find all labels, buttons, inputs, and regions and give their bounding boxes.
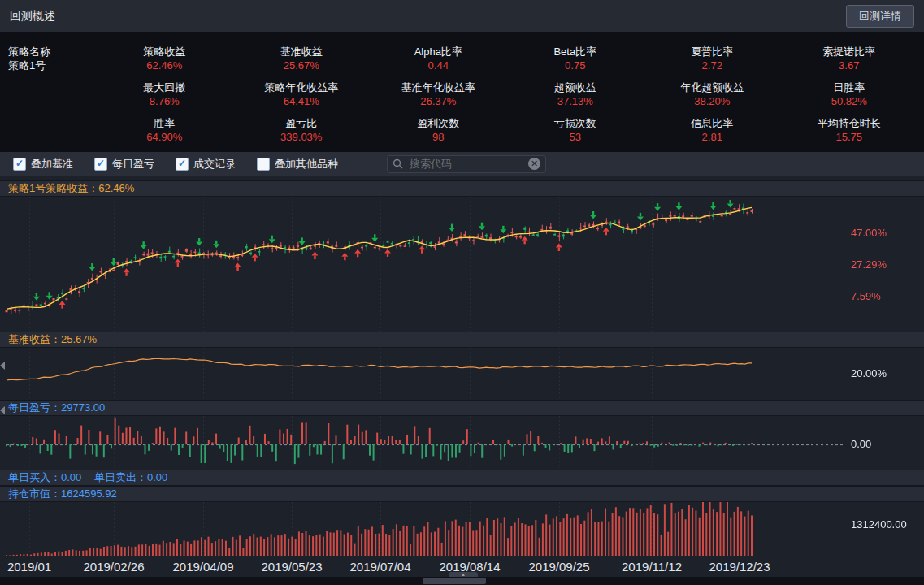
clear-search-icon[interactable]: ✕: [528, 158, 540, 170]
overlay-checkbox-group: ✓叠加基准✓每日盈亏✓成交记录叠加其他品种: [13, 157, 359, 171]
time-axis-tick: 2019/11/12: [622, 560, 682, 574]
time-axis-tick: 2019/05/23: [261, 560, 322, 574]
stat-label: 平均持仓时长: [781, 116, 918, 130]
search-icon: [393, 158, 403, 169]
timeline-scrollbar-thumb[interactable]: [423, 578, 486, 584]
checkbox-label: 成交记录: [193, 157, 236, 171]
stat-label: Beta比率: [507, 45, 644, 58]
stat-value: 26.37%: [370, 94, 507, 108]
stat-value: 2.81: [644, 130, 781, 144]
stat-label: 夏普比率: [644, 45, 781, 58]
stat-value: 8.76%: [96, 94, 233, 108]
page-title: 回测概述: [10, 9, 55, 24]
toolbar-checkbox-0[interactable]: ✓叠加基准: [13, 157, 73, 171]
stat-label: 亏损次数: [507, 116, 644, 130]
position-value-pane-title: 持仓市值：1624595.92: [0, 486, 924, 502]
backtest-overview-app: 回测概述 回测详情 策略名称 策略1号 策略收益62.46%最大回撤8.76%胜…: [0, 0, 924, 585]
stat-label: 策略年化收益率: [233, 80, 371, 94]
toolbar-checkbox-1[interactable]: ✓每日盈亏: [94, 157, 154, 171]
stat-value: 15.75: [781, 130, 918, 144]
toolbar-checkbox-3[interactable]: 叠加其他品种: [257, 157, 338, 171]
strategy-return-pane-title: 策略1号策略收益：62.46%: [0, 180, 924, 197]
y-axis-label: 1312400.00: [851, 518, 907, 531]
stat-label: 索提诺比率: [781, 45, 918, 58]
stat-value: 98: [370, 130, 507, 144]
stat-label: Alpha比率: [370, 45, 507, 58]
daily-pnl-pane-title: 每日盈亏：29773.00: [0, 400, 924, 416]
toolbar-checkbox-2[interactable]: ✓成交记录: [176, 157, 236, 171]
stats-panel: 策略名称 策略1号 策略收益62.46%最大回撤8.76%胜率64.90%基准收…: [0, 32, 924, 152]
time-axis-tick: 2019/01: [7, 560, 51, 574]
stat-value: 53: [507, 130, 644, 144]
strategy-name-cell: 策略名称 策略1号: [8, 41, 96, 152]
search-box: ✕: [387, 155, 546, 173]
stat-value: 38.20%: [644, 94, 781, 108]
unchecked-checkbox-icon[interactable]: [257, 158, 270, 171]
daily-sell-label: 单日卖出：0.00: [94, 471, 167, 483]
pane-collapse-handle[interactable]: [0, 406, 5, 414]
stat-column-5: 索提诺比率3.67日胜率50.82%平均持仓时长15.75: [781, 41, 918, 152]
stat-label: 策略收益: [96, 45, 233, 58]
chart-area: 策略1号策略收益：62.46% 基准收益：25.67% 每日盈亏：29773.0…: [0, 176, 924, 585]
stat-label: 基准收益: [233, 45, 371, 58]
y-axis-label: 20.00%: [851, 367, 887, 379]
stat-label: 盈亏比: [233, 116, 371, 130]
position-value-title: 持仓市值：1624595.92: [8, 488, 117, 500]
chart-toolbar: ✓叠加基准✓每日盈亏✓成交记录叠加其他品种 ✕: [0, 152, 924, 176]
time-axis-tick: 2019/12/23: [709, 560, 770, 574]
checked-checkbox-icon[interactable]: ✓: [13, 158, 26, 171]
strategy-name-label: 策略名称: [8, 45, 96, 58]
search-input[interactable]: [408, 157, 528, 171]
stat-column-2: Alpha比率0.44基准年化收益率26.37%盈利次数98: [370, 41, 507, 152]
stat-column-4: 夏普比率2.72年化超额收益38.20%信息比率2.81: [644, 41, 781, 152]
checkbox-label: 叠加其他品种: [275, 157, 338, 171]
stat-value: 0.44: [370, 58, 507, 72]
stat-label: 超额收益: [507, 80, 644, 94]
daily-trade-pane-title: 单日买入：0.00 单日卖出：0.00: [0, 470, 924, 486]
stat-value: 50.82%: [781, 94, 918, 108]
checkbox-label: 每日盈亏: [112, 157, 154, 171]
stat-value: 37.13%: [507, 94, 644, 108]
stat-value: 62.46%: [96, 58, 233, 72]
y-axis-label: 7.59%: [851, 290, 881, 302]
time-axis-tick: 2019/09/25: [528, 560, 589, 574]
stat-value: 25.67%: [233, 58, 371, 72]
stat-value: 2.72: [644, 58, 781, 72]
benchmark-return-chart[interactable]: [0, 348, 924, 400]
timeline-scrollbar-track[interactable]: [0, 577, 924, 585]
benchmark-return-title: 基准收益：25.67%: [8, 333, 97, 345]
stat-label: 胜率: [96, 116, 233, 130]
time-axis-tick: 2019/04/09: [172, 560, 233, 574]
y-axis-label: 27.29%: [851, 258, 887, 271]
stat-value: 0.75: [507, 58, 644, 72]
stat-value: 64.90%: [96, 130, 233, 144]
backtest-detail-button[interactable]: 回测详情: [846, 5, 914, 28]
stat-column-1: 基准收益25.67%策略年化收益率64.41%盈亏比339.03%: [233, 41, 371, 152]
top-bar: 回测概述 回测详情: [0, 0, 924, 32]
stat-value: 339.03%: [233, 130, 371, 144]
checkbox-label: 叠加基准: [31, 157, 73, 171]
stat-label: 最大回撤: [96, 80, 233, 94]
stat-value: 3.67: [781, 58, 918, 72]
stat-label: 信息比率: [644, 116, 781, 130]
strategy-return-title: 策略1号策略收益：62.46%: [8, 182, 134, 194]
stat-label: 日胜率: [781, 80, 918, 94]
stat-column-0: 策略收益62.46%最大回撤8.76%胜率64.90%: [96, 41, 233, 152]
daily-pnl-title: 每日盈亏：29773.00: [8, 401, 105, 414]
strategy-return-chart[interactable]: [0, 197, 924, 332]
stat-label: 年化超额收益: [644, 80, 781, 94]
time-axis-tick: 2019/07/04: [349, 560, 410, 574]
checked-checkbox-icon[interactable]: ✓: [176, 158, 189, 171]
stat-label: 盈利次数: [370, 116, 507, 130]
y-axis-label: 47.00%: [851, 227, 887, 239]
checked-checkbox-icon[interactable]: ✓: [94, 158, 107, 171]
daily-pnl-chart[interactable]: [0, 416, 924, 466]
position-value-chart[interactable]: [0, 502, 924, 556]
stat-column-3: Beta比率0.75超额收益37.13%亏损次数53: [507, 41, 644, 152]
daily-buy-label: 单日买入：0.00: [8, 471, 81, 483]
pane-collapse-handle[interactable]: [0, 362, 5, 370]
y-axis-label: 0.00: [851, 438, 871, 450]
time-axis-tick: 2019/02/26: [83, 560, 144, 574]
stat-value: 64.41%: [233, 94, 371, 108]
benchmark-return-pane-title: 基准收益：25.67%: [0, 332, 924, 348]
